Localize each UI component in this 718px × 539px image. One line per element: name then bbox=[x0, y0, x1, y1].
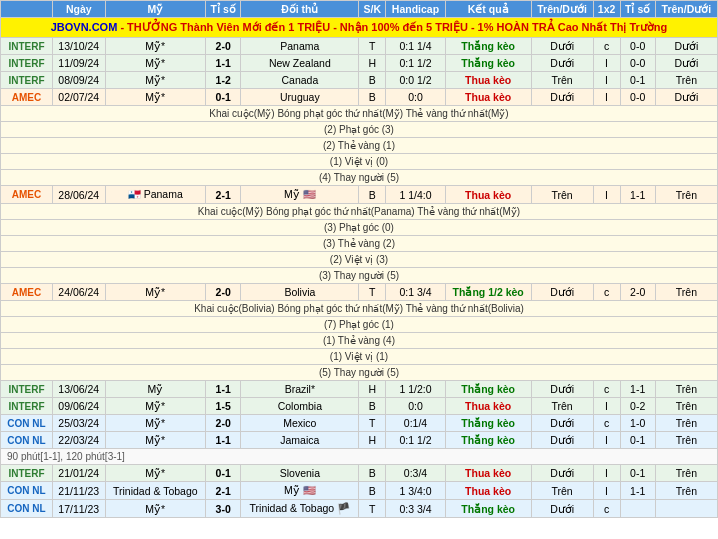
header-cell: Trên/Dưới bbox=[655, 1, 717, 18]
match-date: 17/11/23 bbox=[53, 500, 106, 518]
match-date: 13/10/24 bbox=[53, 38, 106, 55]
match-date: 11/09/24 bbox=[53, 55, 106, 72]
detail-text: (1) Việt vị (1) bbox=[1, 349, 718, 365]
over-under: Trên bbox=[531, 398, 593, 415]
ou2: Dưới bbox=[655, 89, 717, 106]
table-row: INTERF13/10/24Mỹ*2-0PanamaT0:1 1/4Thắng … bbox=[1, 38, 718, 55]
score2: 0-1 bbox=[620, 432, 655, 449]
over-under: Trên bbox=[531, 482, 593, 500]
note-text: 90 phút[1-1], 120 phút[3-1] bbox=[1, 449, 718, 465]
note-row: 90 phút[1-1], 120 phút[3-1] bbox=[1, 449, 718, 465]
detail-row: (7) Phạt góc (1) bbox=[1, 317, 718, 333]
venue: T bbox=[359, 38, 386, 55]
over-under: Dưới bbox=[531, 465, 593, 482]
match-date: 09/06/24 bbox=[53, 398, 106, 415]
match-type: INTERF bbox=[1, 72, 53, 89]
team2: Mexico bbox=[241, 415, 359, 432]
header-cell: Tỉ số bbox=[206, 1, 241, 18]
detail-text: (2) Việt vị (3) bbox=[1, 252, 718, 268]
table-row: AMEC24/06/24Mỹ*2-0BoliviaT0:1 3/4Thắng 1… bbox=[1, 284, 718, 301]
detail-row: (1) Việt vị (1) bbox=[1, 349, 718, 365]
team1: Mỹ* bbox=[105, 89, 206, 106]
over-under: Dưới bbox=[531, 284, 593, 301]
team2: Panama bbox=[241, 38, 359, 55]
team2: Uruguay bbox=[241, 89, 359, 106]
table-row: CON NL22/03/24Mỹ*1-1JamaicaH0:1 1/2Thắng… bbox=[1, 432, 718, 449]
team1: Trinidad & Tobago bbox=[105, 482, 206, 500]
handicap: 0:1/4 bbox=[386, 415, 446, 432]
table-row: INTERF11/09/24Mỹ*1-1New ZealandH0:1 1/2T… bbox=[1, 55, 718, 72]
result: Thua kèo bbox=[445, 482, 531, 500]
ou2: Dưới bbox=[655, 55, 717, 72]
detail-row: Khai cuộc(Mỹ) Bóng phạt góc thứ nhất(Pan… bbox=[1, 204, 718, 220]
match-score: 2-0 bbox=[206, 38, 241, 55]
venue: B bbox=[359, 89, 386, 106]
match-score: 1-1 bbox=[206, 381, 241, 398]
detail-text: (3) Thay người (5) bbox=[1, 268, 718, 284]
header-cell: Đối thủ bbox=[241, 1, 359, 18]
x12: I bbox=[593, 186, 620, 204]
detail-text: (1) Việt vị (0) bbox=[1, 154, 718, 170]
ou2: Dưới bbox=[655, 38, 717, 55]
header-cell: Tỉ số bbox=[620, 1, 655, 18]
match-score: 0-1 bbox=[206, 89, 241, 106]
result: Thắng kèo bbox=[445, 432, 531, 449]
detail-text: Khai cuộc(Bolivia) Bóng phạt góc thứ nhấ… bbox=[1, 301, 718, 317]
team2: Brazil* bbox=[241, 381, 359, 398]
table-row: INTERF09/06/24Mỹ*1-5ColombiaB0:0Thua kèo… bbox=[1, 398, 718, 415]
table-row: CON NL17/11/23Mỹ*3-0Trinidad & Tobago 🏴T… bbox=[1, 500, 718, 518]
ou2: Trên bbox=[655, 465, 717, 482]
venue: T bbox=[359, 500, 386, 518]
match-score: 3-0 bbox=[206, 500, 241, 518]
result: Thua kèo bbox=[445, 89, 531, 106]
over-under: Trên bbox=[531, 186, 593, 204]
match-score: 2-1 bbox=[206, 186, 241, 204]
match-type: INTERF bbox=[1, 55, 53, 72]
result: Thua kèo bbox=[445, 398, 531, 415]
detail-text: (2) Thẻ vàng (1) bbox=[1, 138, 718, 154]
match-type: CON NL bbox=[1, 432, 53, 449]
team1: Mỹ* bbox=[105, 38, 206, 55]
handicap: 0:0 1/2 bbox=[386, 72, 446, 89]
detail-text: (1) Thẻ vàng (4) bbox=[1, 333, 718, 349]
score2 bbox=[620, 500, 655, 518]
score2: 2-0 bbox=[620, 284, 655, 301]
header-cell: Handicap bbox=[386, 1, 446, 18]
result: Thắng kèo bbox=[445, 55, 531, 72]
team1: 🇵🇦 Panama bbox=[105, 186, 206, 204]
ou2: Trên bbox=[655, 415, 717, 432]
x12: I bbox=[593, 55, 620, 72]
handicap: 1 3/4:0 bbox=[386, 482, 446, 500]
detail-row: (3) Phạt góc (0) bbox=[1, 220, 718, 236]
detail-row: (4) Thay người (5) bbox=[1, 170, 718, 186]
team2: Jamaica bbox=[241, 432, 359, 449]
venue: B bbox=[359, 482, 386, 500]
handicap: 0:3 3/4 bbox=[386, 500, 446, 518]
team1: Mỹ* bbox=[105, 72, 206, 89]
match-date: 02/07/24 bbox=[53, 89, 106, 106]
ou2: Trên bbox=[655, 432, 717, 449]
match-type: CON NL bbox=[1, 415, 53, 432]
venue: H bbox=[359, 432, 386, 449]
handicap: 0:0 bbox=[386, 398, 446, 415]
over-under: Trên bbox=[531, 72, 593, 89]
detail-text: (7) Phạt góc (1) bbox=[1, 317, 718, 333]
score2: 0-1 bbox=[620, 465, 655, 482]
venue: B bbox=[359, 72, 386, 89]
table-row: CON NL25/03/24Mỹ*2-0MexicoT0:1/4Thắng kè… bbox=[1, 415, 718, 432]
ou2 bbox=[655, 500, 717, 518]
match-date: 21/11/23 bbox=[53, 482, 106, 500]
venue: T bbox=[359, 284, 386, 301]
match-score: 1-1 bbox=[206, 55, 241, 72]
over-under: Dưới bbox=[531, 89, 593, 106]
match-score: 1-1 bbox=[206, 432, 241, 449]
x12: I bbox=[593, 398, 620, 415]
match-date: 21/01/24 bbox=[53, 465, 106, 482]
table-row: CON NL21/11/23Trinidad & Tobago2-1Mỹ 🇺🇸B… bbox=[1, 482, 718, 500]
table-row: AMEC28/06/24🇵🇦 Panama2-1Mỹ 🇺🇸B1 1/4:0Thu… bbox=[1, 186, 718, 204]
venue: B bbox=[359, 398, 386, 415]
match-date: 22/03/24 bbox=[53, 432, 106, 449]
team1: Mỹ* bbox=[105, 500, 206, 518]
header-cell: Kết quả bbox=[445, 1, 531, 18]
detail-row: (3) Thay người (5) bbox=[1, 268, 718, 284]
